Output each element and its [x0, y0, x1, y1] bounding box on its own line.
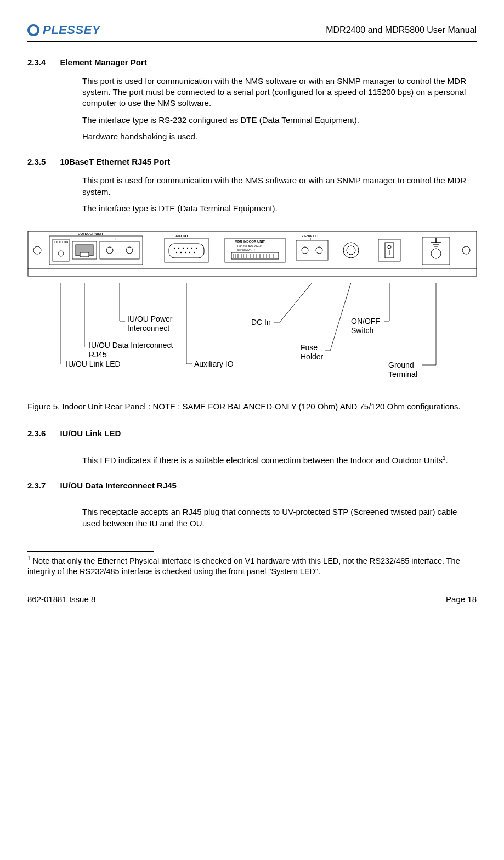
label-minus-plus: − + — [111, 237, 117, 241]
section-title: 10BaseT Ethernet RJ45 Port — [60, 156, 170, 167]
footnote-rule — [27, 551, 154, 552]
svg-line-63 — [280, 283, 312, 322]
brand-text: PLESSEY — [43, 22, 100, 38]
svg-point-55 — [33, 246, 41, 254]
svg-point-14 — [178, 248, 179, 249]
svg-point-15 — [183, 248, 184, 249]
svg-rect-25 — [231, 252, 279, 259]
svg-point-23 — [194, 252, 195, 253]
paragraph: Hardware handshaking is used. — [82, 131, 477, 142]
page-footer: 862-01881 Issue 8 Page 18 — [27, 594, 477, 605]
svg-rect-12 — [169, 244, 204, 258]
label-fuse-holder: Fuse Holder — [301, 343, 333, 361]
section-title: Element Manager Port — [60, 57, 146, 68]
paragraph: This port is used for communication with… — [82, 175, 477, 198]
label-on-off-switch: ON/OFF Switch — [351, 317, 389, 334]
svg-point-19 — [176, 252, 177, 253]
section-2-3-6: 2.3.6 IU/OU Link LED This LED indicates … — [27, 428, 477, 466]
label-serial: Serial MDATR — [237, 248, 255, 251]
footnote: 1 Note that only the Ethernet Physical i… — [27, 555, 477, 577]
svg-point-20 — [180, 252, 182, 253]
svg-point-22 — [189, 252, 190, 253]
section-title: IU/OU Data Interconnect RJ45 — [60, 480, 177, 491]
svg-point-50 — [431, 249, 441, 258]
label-part-no: Part No. 606-00210 — [237, 244, 262, 248]
paragraph: The interface type is DTE (Data Terminal… — [82, 203, 477, 214]
section-2-3-5: 2.3.5 10BaseT Ethernet RJ45 Port This po… — [27, 156, 477, 214]
section-2-3-4: 2.3.4 Element Manager Port This port is … — [27, 57, 477, 143]
footer-right: Page 18 — [446, 594, 477, 605]
svg-point-18 — [196, 248, 197, 249]
svg-rect-8 — [100, 241, 139, 259]
paragraph: This receptacle accepts an RJ45 plug tha… — [82, 507, 477, 529]
svg-point-17 — [191, 248, 192, 249]
page-header: PLESSEY MDR2400 and MDR5800 User Manual — [27, 22, 477, 42]
section-number: 2.3.4 — [27, 57, 46, 68]
logo: PLESSEY — [27, 22, 100, 38]
paragraph: The interface type is RS-232 configured … — [82, 115, 477, 126]
paragraph: This LED indicates if there is a suitabl… — [82, 454, 477, 466]
svg-point-16 — [187, 248, 188, 249]
svg-line-65 — [330, 283, 351, 351]
svg-point-9 — [106, 247, 113, 254]
paragraph: This port is used for communication with… — [82, 76, 477, 109]
label-indoor-unit: MDR INDOOR UNIT — [235, 240, 265, 243]
svg-point-42 — [316, 247, 322, 254]
para-text-end: . — [446, 456, 448, 465]
svg-point-41 — [302, 247, 308, 254]
doc-title: MDR2400 and MDR5800 User Manual — [326, 24, 477, 36]
section-number: 2.3.6 — [27, 428, 46, 439]
rear-panel-diagram: OUTDOOR UNIT IU/OU LINK − + AUX I/O MDR … — [27, 231, 477, 387]
label-iu-ou-link: IU/OU LINK — [54, 240, 69, 244]
svg-point-4 — [58, 251, 64, 256]
svg-point-44 — [347, 246, 355, 255]
label-minus-plus-2: − + — [306, 237, 312, 241]
section-number: 2.3.7 — [27, 480, 46, 491]
footer-left: 862-01881 Issue 8 — [27, 594, 95, 605]
svg-point-21 — [185, 252, 186, 253]
label-outdoor-unit: OUTDOOR UNIT — [78, 232, 104, 235]
logo-icon — [27, 24, 39, 36]
svg-point-56 — [462, 246, 470, 254]
svg-rect-1 — [28, 268, 477, 276]
label-ground-terminal: Ground Terminal — [388, 361, 427, 378]
label-auxiliary-io: Auxiliary IO — [194, 359, 234, 369]
svg-point-10 — [126, 247, 133, 254]
label-iu-ou-data: IU/OU Data Interconnect RJ45 — [89, 341, 177, 358]
label-iu-ou-power: IU/OU Power Interconnect — [127, 314, 193, 332]
section-number: 2.3.5 — [27, 156, 46, 167]
footnote-text: Note that only the Ethernet Physical int… — [27, 557, 460, 576]
svg-rect-7 — [80, 252, 89, 257]
label-aux-io: AUX I/O — [175, 234, 188, 238]
label-dc-in: DC In — [251, 317, 271, 328]
para-text: This LED indicates if there is a suitabl… — [82, 456, 443, 465]
label-iu-ou-link-led: IU/OU Link LED — [66, 359, 121, 369]
svg-point-13 — [174, 248, 175, 249]
svg-rect-40 — [296, 240, 328, 260]
figure-caption: Figure 5. Indoor Unit Rear Panel : NOTE … — [27, 401, 477, 412]
section-2-3-7: 2.3.7 IU/OU Data Interconnect RJ45 This … — [27, 480, 477, 529]
section-title: IU/OU Link LED — [60, 428, 121, 439]
